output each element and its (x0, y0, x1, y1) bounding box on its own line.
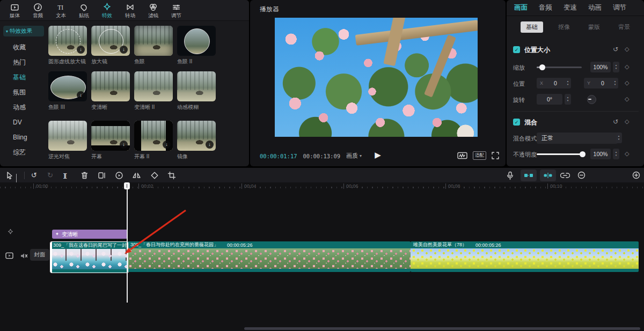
freeze-frame-icon[interactable] (98, 171, 106, 180)
sidebar-item-hot[interactable]: 热门 (0, 55, 46, 70)
sidebar-item-dv[interactable]: DV (0, 115, 46, 130)
effect-thumb-mirror[interactable]: ↓ (177, 121, 216, 151)
rotate-stepper[interactable]: ▲▼ (565, 94, 571, 105)
blend-checkbox[interactable]: ✓ (513, 119, 520, 126)
keyframe-icon[interactable]: ◇ (625, 64, 629, 70)
tab-picture[interactable]: 画面 (514, 3, 528, 12)
video-clip-3[interactable]: 唯美自然美景花草（78） 00:00:05:26 (411, 241, 639, 272)
sidebar-item-favorites[interactable]: 收藏 (0, 40, 46, 55)
sidebar-item-dynamic[interactable]: 动感 (0, 100, 46, 115)
scale-slider-handle[interactable] (539, 64, 545, 70)
timeline-ruler[interactable]: 00:00 00:02 00:04 00:06 00:08 00:10 (0, 182, 644, 191)
toolbar-item-media[interactable]: 媒体 (3, 0, 26, 20)
keyframe-icon[interactable]: ◇ (625, 80, 629, 86)
scale-stepper[interactable]: ▲▼ (613, 62, 619, 72)
opacity-value[interactable]: 100% (590, 149, 611, 159)
subtab-basic[interactable]: 基础 (521, 21, 543, 33)
y-position-field[interactable]: Y 0 (584, 78, 616, 89)
video-preview[interactable] (275, 18, 478, 137)
x-stepper[interactable]: ▲▼ (565, 78, 571, 89)
position-size-checkbox[interactable]: ✓ (513, 46, 520, 53)
reverse-icon[interactable] (115, 171, 123, 180)
play-button[interactable]: ▶ (375, 150, 381, 160)
effect-thumb-open[interactable]: ↓ (91, 121, 130, 151)
blend-mode-stepper[interactable]: ▲▼ (616, 133, 622, 143)
sidebar-item-basic[interactable]: 基础 (0, 70, 46, 85)
main-track-magnet-toggle[interactable] (521, 170, 537, 181)
undo-icon[interactable]: ↺ (31, 171, 37, 180)
mute-track-icon[interactable] (20, 253, 28, 259)
effect-thumb-sharpen[interactable] (91, 71, 130, 101)
keyframe-icon[interactable]: ◇ (625, 46, 629, 52)
video-clip-1[interactable]: 309_「我在这春日的尾巴写了一封书信 (50, 241, 129, 273)
auto-snap-toggle[interactable] (540, 170, 556, 181)
zoom-out-icon[interactable] (577, 171, 586, 179)
ruler-label: 00:00 (33, 183, 48, 189)
sidebar-item-variety[interactable]: 综艺 (0, 145, 46, 160)
playhead-handle[interactable] (124, 182, 130, 189)
effects-category-header[interactable]: ▾ 特效效果 (3, 26, 44, 36)
toolbar-item-filter[interactable]: 滤镜 (142, 0, 165, 20)
effect-thumb-backlight[interactable] (48, 121, 87, 151)
linkage-icon[interactable] (560, 172, 570, 179)
opacity-slider-handle[interactable] (580, 151, 586, 157)
select-cursor-icon[interactable] (5, 171, 13, 180)
fullscreen-icon[interactable] (492, 152, 499, 159)
horizontal-scrollbar[interactable] (244, 327, 640, 330)
toolbar-item-adjust[interactable]: 调节 (165, 0, 188, 20)
fit-button[interactable]: 适配 (473, 151, 486, 160)
playhead[interactable] (127, 182, 128, 303)
preview-waveform-icon[interactable] (457, 152, 467, 159)
crop-icon[interactable] (167, 171, 176, 180)
rotate-value[interactable]: 0° (537, 94, 562, 105)
reset-icon[interactable]: ↺ (613, 119, 618, 125)
tab-adjust[interactable]: 调节 (613, 3, 626, 12)
sidebar-item-bling[interactable]: Bling (0, 130, 46, 145)
rotate-knob[interactable] (587, 95, 596, 104)
effect-thumb-motion-blur[interactable] (177, 71, 216, 101)
subtab-mask[interactable]: 蒙版 (588, 23, 600, 31)
toolbar-item-text[interactable]: TI 文本 (49, 0, 72, 20)
zoom-in-icon[interactable] (632, 171, 640, 179)
effect-thumb-fisheye[interactable] (134, 26, 173, 56)
blend-mode-dropdown[interactable]: 正常 (537, 133, 618, 144)
tab-speed[interactable]: 变速 (564, 3, 577, 12)
keyframe-icon[interactable]: ◇ (625, 119, 629, 124)
effect-thumb-open-2[interactable]: ↓ (134, 121, 173, 151)
toolbar-item-sticker[interactable]: 贴纸 (72, 0, 96, 20)
video-clip-2[interactable]: 309_「春日与你赴约在兖州的蔷薇花园」 00:00:05:26 (128, 241, 411, 272)
effects-star-icon (103, 3, 112, 12)
effect-thumb-circle-dashed-magnifier[interactable]: ↓ (48, 26, 87, 56)
x-position-field[interactable]: X 0 (537, 78, 569, 89)
divider (512, 111, 639, 112)
effect-thumb-fisheye-2[interactable] (177, 26, 216, 56)
cover-button[interactable]: 封面 (30, 249, 49, 261)
y-stepper[interactable]: ▲▼ (612, 78, 618, 89)
toolbar-item-transition[interactable]: 转场 (119, 0, 142, 20)
record-voiceover-icon[interactable] (507, 171, 514, 180)
blend-title: 混合 (524, 118, 537, 127)
effect-thumb-sharpen-2[interactable] (134, 71, 173, 101)
keyframe-icon[interactable]: ◇ (625, 96, 629, 102)
effect-thumb-magnifier[interactable]: ↓ (91, 26, 130, 56)
backlight-overlay (48, 121, 87, 151)
subtab-cutout[interactable]: 抠像 (558, 23, 570, 31)
reset-icon[interactable]: ↺ (613, 46, 618, 53)
quality-dropdown[interactable]: 画质 ▾ (346, 152, 362, 160)
effect-thumb-fisheye-3[interactable]: ↓ (48, 71, 87, 101)
tab-animation[interactable]: 动画 (588, 3, 602, 12)
delete-icon[interactable] (80, 171, 89, 180)
sidebar-item-ambience[interactable]: 氛围 (0, 85, 46, 100)
tab-audio[interactable]: 音频 (539, 3, 552, 12)
effect-clip[interactable]: 变清晰 (52, 230, 128, 239)
keyframe-icon[interactable]: ◇ (625, 151, 629, 157)
toolbar-item-audio[interactable]: 音频 (26, 0, 49, 20)
toolbar-item-effects[interactable]: 特效 (96, 0, 119, 20)
scale-value[interactable]: 100% (590, 62, 611, 72)
opacity-stepper[interactable]: ▲▼ (613, 149, 619, 159)
subtab-background[interactable]: 背景 (618, 23, 630, 31)
mirror-icon[interactable] (132, 171, 141, 180)
redo-icon[interactable]: ↻ (47, 171, 53, 180)
rotate-icon[interactable] (150, 171, 159, 180)
split-icon[interactable]: ][ (63, 171, 66, 180)
